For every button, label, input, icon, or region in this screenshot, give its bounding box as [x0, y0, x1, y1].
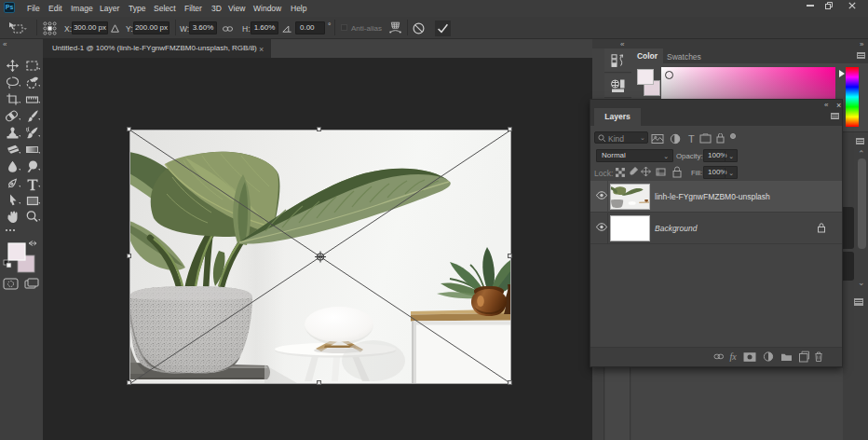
svg-text:T: T	[688, 133, 695, 144]
svg-text:fx: fx	[730, 351, 738, 362]
